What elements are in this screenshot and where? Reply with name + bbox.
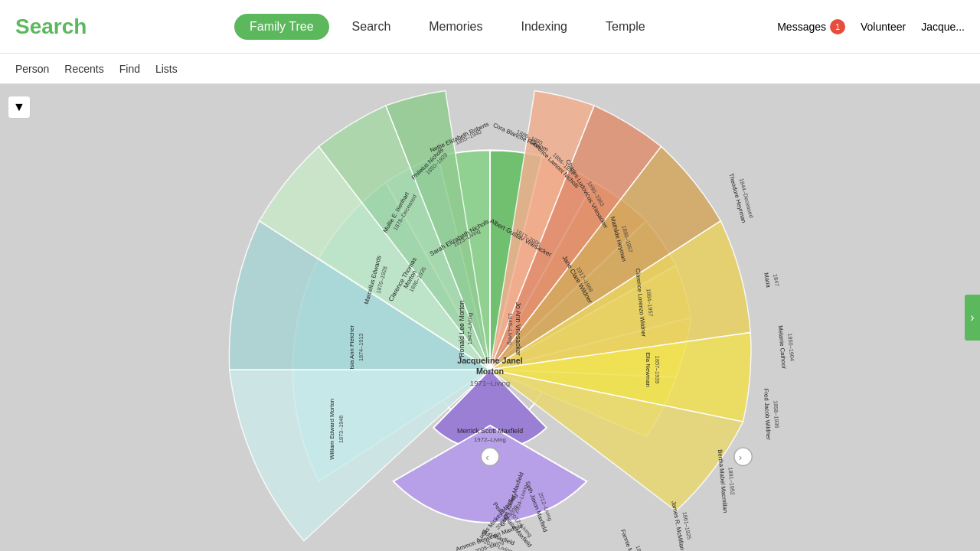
ggp-melanie: Melanie Cathoor	[777, 325, 788, 370]
ggp-fannie-y: 1868–1942	[634, 544, 650, 551]
expand-left-btn[interactable]	[481, 448, 498, 465]
right-panel-toggle[interactable]: ›	[965, 295, 980, 341]
logo[interactable]: Search	[15, 15, 87, 39]
ggp-bertha-y: 1891–1952	[727, 467, 736, 495]
ggp-wem-y: 1873–1946	[338, 416, 345, 443]
header-right: Messages 1 Volunteer Jacque...	[777, 19, 965, 34]
ggp-melanie-y: 1850–1904	[786, 333, 795, 361]
ggp-fred-y: 1858–1936	[772, 400, 780, 429]
ggp-james: James R. McMillan	[670, 500, 685, 551]
sub-nav-find[interactable]: Find	[119, 63, 140, 75]
messages-badge[interactable]: Messages 1	[777, 19, 845, 34]
messages-label: Messages	[777, 21, 826, 33]
tab-search[interactable]: Search	[337, 14, 407, 40]
spouse-name: Merrick Scott Maxfield	[457, 427, 523, 435]
mother-label: Jo Ann Vriesacker	[514, 302, 522, 355]
ggp-wem: William Edward Morton	[328, 399, 335, 460]
sub-nav-person[interactable]: Person	[15, 63, 49, 75]
fan-chart-svg: Jacqueline Janel Morton 1971–Living Rona…	[145, 50, 835, 551]
spouse-years: 1972–Living	[474, 436, 506, 443]
messages-count: 1	[830, 19, 845, 34]
expand-left-arrow: ‹	[485, 452, 489, 463]
chart-area: Jacqueline Janel Morton 1971–Living Rona…	[0, 84, 980, 551]
ggp-isa: Isia Ann Fletcher	[348, 325, 355, 370]
father-years: 1947–Living	[466, 313, 473, 345]
ggp-fannie: Fannie Manning Tainter	[619, 529, 647, 551]
center-name2: Morton	[476, 367, 504, 376]
sub-nav: Person Recents Find Lists	[0, 54, 980, 84]
main-nav: Family Tree Search Memories Indexing Tem…	[117, 14, 777, 40]
ggp-ella-y: 1857–1939	[654, 356, 661, 383]
father-label: Ronald Lee Morton	[458, 300, 466, 357]
ggp-maria: Maria	[763, 272, 772, 289]
sub-nav-recents[interactable]: Recents	[64, 63, 103, 75]
header: Search Family Tree Search Memories Index…	[0, 0, 980, 54]
volunteer-link[interactable]: Volunteer	[861, 21, 906, 33]
ggp-isa-y: 1874–1913	[358, 334, 364, 361]
center-name: Jacqueline Janel	[457, 356, 523, 365]
sub-nav-lists[interactable]: Lists	[155, 63, 178, 75]
tab-family-tree[interactable]: Family Tree	[234, 14, 329, 40]
ggp-bertha: Bertha Mabel Macmillan	[717, 449, 729, 514]
user-name[interactable]: Jacque...	[921, 21, 965, 33]
fan-chart: Jacqueline Janel Morton 1971–Living Rona…	[145, 50, 835, 551]
tab-temple[interactable]: Temple	[590, 14, 661, 40]
expand-right-btn[interactable]	[734, 448, 752, 465]
dropdown-button[interactable]: ▼	[8, 96, 31, 119]
ggp-ella: Ella Newman	[645, 352, 652, 387]
center-years: 1971–Living	[470, 379, 510, 387]
tab-indexing[interactable]: Indexing	[506, 14, 583, 40]
tab-memories[interactable]: Memories	[413, 14, 498, 40]
ggp-maria-y: 1847	[772, 273, 781, 287]
expand-right-arrow: ›	[739, 452, 743, 463]
mother-years: 1949–Living	[507, 313, 514, 345]
ggp-fred: Fred Jacob Wildner	[763, 388, 773, 440]
